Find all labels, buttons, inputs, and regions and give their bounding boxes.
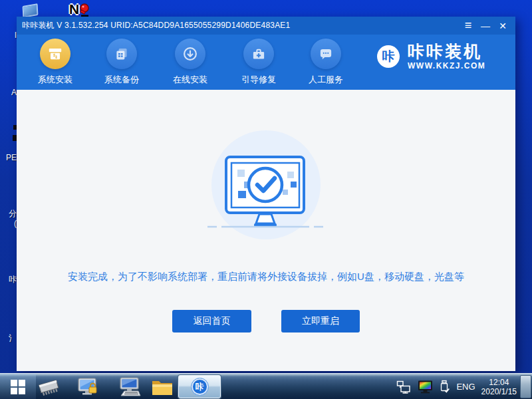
taskbar-app-memory-chip[interactable] [35, 374, 64, 399]
nav-label: 系统安装 [29, 74, 82, 86]
desktop-icon-label-fragment: I [0, 31, 17, 40]
backup-copy-icon [106, 39, 137, 69]
nav-item-online-install[interactable]: 在线安装 [164, 39, 217, 86]
window-controls: ≡ — ✕ [460, 17, 511, 35]
kaka-app-icon: 咔 [191, 378, 209, 396]
taskbar-app-keyboard-settings[interactable] [113, 374, 145, 399]
install-box-icon [40, 39, 70, 69]
content-area: 安装完成，为了不影响系统部署，重启前请将外接设备拔掉，例如U盘，移动硬盘，光盘等… [17, 90, 515, 371]
return-home-button[interactable]: 返回首页 [172, 310, 251, 332]
taskbar: 咔 [0, 373, 532, 399]
display-color-icon[interactable] [418, 380, 433, 394]
taskbar-app-locked-pc[interactable] [73, 374, 104, 399]
window-titlebar[interactable]: 咔咔装机 V 3.1.532.254 URID:A5C84DD9A1655055… [17, 17, 515, 35]
show-desktop-button[interactable] [520, 375, 531, 398]
taskbar-app-kaka-active[interactable]: 咔 [178, 375, 221, 398]
nav-label: 系统备份 [95, 74, 148, 86]
desktop-shortcut-display-icon[interactable] [23, 3, 39, 18]
monitor-lock-icon [77, 377, 100, 397]
folder-icon [151, 378, 174, 396]
desktop-icon-label-fragment: 氵 [0, 333, 17, 344]
kaka-installer-window: 咔咔装机 V 3.1.532.254 URID:A5C84DD9A1655055… [17, 17, 515, 371]
start-button[interactable] [5, 374, 31, 399]
nav-label: 人工服务 [299, 74, 352, 86]
nav-label: 在线安装 [164, 74, 217, 86]
online-download-icon [175, 39, 205, 69]
taskbar-app-file-explorer[interactable] [148, 374, 177, 399]
brand-website: WWW.KKZJ.COM [408, 61, 485, 70]
desktop-icon-label-fragment: 咔 [0, 274, 17, 285]
red-key-icon [78, 3, 90, 17]
desktop-icon-label-fragment: 分 [0, 208, 17, 219]
language-indicator[interactable]: ENG [456, 382, 475, 392]
completion-message: 安装完成，为了不影响系统部署，重启前请将外接设备拔掉，例如U盘，移动硬盘，光盘等 [17, 271, 515, 283]
chat-service-icon [311, 39, 341, 69]
clock-time: 12:04 [481, 378, 517, 387]
nav-item-boot-repair[interactable]: 引导修复 [232, 39, 285, 86]
network-icon[interactable] [396, 380, 412, 394]
desktop-icon-label-fragment: ( [0, 219, 17, 228]
kaka-logo-icon: 咔 [377, 45, 400, 68]
restart-now-button[interactable]: 立即重启 [281, 310, 360, 332]
chip-icon [37, 377, 62, 397]
nav-item-system-install[interactable]: 系统安装 [29, 39, 82, 86]
window-title: 咔咔装机 V 3.1.532.254 URID:A5C84DD9A1655055… [17, 20, 290, 31]
boot-repair-toolbox-icon [243, 39, 274, 69]
clock[interactable]: 12:04 2020/1/15 [481, 378, 517, 396]
keyboard-monitor-icon [116, 377, 142, 397]
close-button[interactable]: ✕ [494, 17, 511, 35]
nav-item-human-service[interactable]: 人工服务 [299, 39, 352, 86]
brand-name: 咔咔装机 [408, 43, 485, 60]
clock-date: 2020/1/15 [481, 387, 517, 396]
install-complete-illustration [196, 126, 336, 243]
desktop-icon-label-fragment: PE [0, 153, 17, 162]
system-tray: ENG 12:04 2020/1/15 [396, 374, 517, 399]
usb-device-icon[interactable] [439, 380, 450, 394]
minimize-button[interactable]: — [477, 17, 494, 35]
brand-logo: 咔 咔咔装机 WWW.KKZJ.COM [377, 43, 485, 70]
navbar: 系统安装 系统备份 [17, 35, 515, 90]
nav-item-system-backup[interactable]: 系统备份 [95, 39, 148, 86]
windows-logo-icon [11, 380, 25, 394]
nav-label: 引导修复 [232, 74, 285, 86]
n-letter: N [69, 1, 79, 17]
desktop-icon-label-fragment: A [0, 88, 17, 97]
menu-button[interactable]: ≡ [460, 17, 477, 35]
